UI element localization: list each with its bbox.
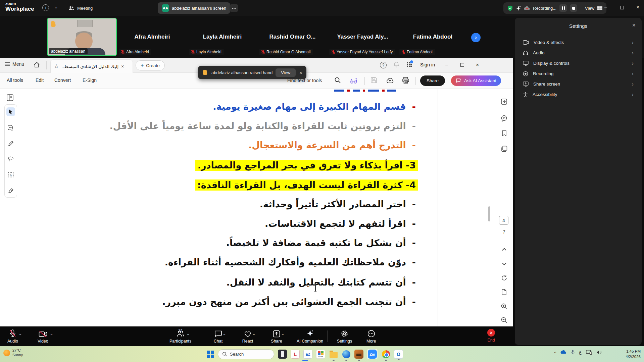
print-icon[interactable]	[402, 77, 409, 84]
create-button[interactable]: + Create	[136, 60, 165, 70]
nav-convert[interactable]: Convert	[54, 77, 71, 83]
page-view-icon[interactable]	[499, 287, 509, 297]
pdf-close-button[interactable]: ×	[476, 62, 479, 68]
share-button[interactable]: Share	[420, 75, 445, 86]
ai-sparkle-icon[interactable]	[516, 6, 521, 11]
app-icon-outlook[interactable]: O	[394, 350, 403, 359]
settings-item-share-screen[interactable]: Share screen›	[515, 79, 642, 89]
security-shield-icon[interactable]	[507, 5, 513, 11]
page-thumbnails-icon[interactable]	[6, 94, 14, 102]
document-page[interactable]: -قسم المهام الكبيرة إلى مهام صغيرة يومية…	[74, 89, 438, 326]
taskbar-search[interactable]: Search	[218, 349, 274, 359]
chat-options-chevron[interactable]: ›	[222, 334, 227, 335]
settings-item-display-controls[interactable]: Display & controls›	[515, 58, 642, 68]
windows-start-button[interactable]	[207, 351, 214, 358]
home-button[interactable]	[34, 62, 40, 68]
zoom-out-icon[interactable]	[499, 315, 509, 325]
speaker-icon[interactable]	[596, 350, 602, 355]
ai-companion-button[interactable]: AI Companion	[297, 329, 323, 344]
taskbar-clock[interactable]: 1:45 PM 4/2/2026	[626, 349, 641, 359]
audio-options-chevron[interactable]: ›	[18, 334, 22, 335]
page-number-input[interactable]: 4	[499, 216, 508, 225]
app-icon-ez[interactable]: EZ	[303, 350, 312, 359]
comments-panel-icon[interactable]	[499, 113, 509, 123]
close-button[interactable]: ×	[636, 4, 639, 10]
attachments-panel-icon[interactable]	[499, 144, 509, 153]
view-layout-icon[interactable]	[597, 6, 602, 10]
document-tab-close-icon[interactable]: ×	[121, 64, 124, 69]
participant-tile[interactable]: Layla Almheiri Layla Almheiri	[188, 18, 257, 56]
tab-more-icon[interactable]	[230, 4, 238, 12]
participant-tile[interactable]: Rashid Omar O... Rashid Omar O Alsomali	[258, 18, 327, 56]
toast-close-icon[interactable]: ×	[299, 70, 302, 75]
app-icon-file-explorer[interactable]	[329, 350, 338, 359]
ai-reading-glasses-icon[interactable]	[350, 77, 358, 84]
app-icon-chrome[interactable]	[381, 350, 390, 359]
document-scrollbar[interactable]	[488, 206, 490, 221]
bookmarks-panel-icon[interactable]	[499, 128, 509, 138]
audio-button[interactable]: › Audio	[7, 329, 18, 344]
nav-edit[interactable]: Edit	[36, 77, 44, 83]
star-icon[interactable]: ☆	[54, 63, 59, 69]
language-indicator[interactable]: ع	[579, 350, 582, 355]
settings-item-recording[interactable]: Recording›	[515, 68, 642, 79]
stop-recording-button[interactable]	[570, 4, 577, 12]
weather-widget[interactable]: 27°C Sunny	[3, 348, 23, 358]
app-icon-zoom-active[interactable]: Zm	[367, 349, 378, 359]
ask-ai-assistant-button[interactable]: Ask AI Assistant	[451, 75, 501, 86]
display-cast-icon[interactable]	[586, 350, 592, 355]
app-icon-l[interactable]: L	[291, 350, 300, 359]
sign-in-button[interactable]: Sign in	[420, 62, 435, 67]
upload-cloud-icon[interactable]	[386, 77, 394, 84]
chevron-down-icon[interactable]: ›	[54, 7, 59, 9]
previous-page-button[interactable]	[499, 245, 509, 255]
export-panel-icon[interactable]	[499, 97, 509, 106]
share-options-chevron[interactable]: ›	[280, 334, 285, 335]
nav-esign[interactable]: E-Sign	[83, 77, 97, 83]
app-icon-dark[interactable]	[278, 350, 287, 359]
view-button[interactable]: View	[585, 6, 594, 11]
participants-options-chevron[interactable]: ›	[186, 334, 190, 335]
react-options-chevron[interactable]: ›	[251, 334, 256, 335]
settings-item-video-effects[interactable]: Video & effects›	[515, 37, 642, 48]
fill-sign-tool-button[interactable]	[6, 186, 15, 195]
app-icon-media-sphere[interactable]	[342, 350, 351, 359]
help-icon[interactable]: ?	[380, 62, 387, 68]
meeting-settings-button[interactable]: Settings	[337, 329, 352, 344]
lasso-tool-button[interactable]	[6, 155, 15, 163]
rotate-page-icon[interactable]	[499, 273, 509, 282]
participants-button[interactable]: 24 › Participants	[169, 329, 191, 344]
info-icon[interactable]: i	[42, 4, 49, 11]
restore-button[interactable]	[620, 6, 624, 9]
tray-expand-chevron[interactable]: ›	[553, 352, 557, 353]
onedrive-cloud-icon[interactable]	[560, 350, 566, 354]
settings-item-audio[interactable]: Audio›	[515, 48, 642, 58]
participant-tile[interactable]: Fatima Abdool Fatima Abdool	[398, 18, 467, 56]
video-options-chevron[interactable]: ›	[49, 334, 54, 335]
app-icon-h365[interactable]: H365	[316, 350, 325, 359]
comment-tool-button[interactable]	[6, 123, 15, 132]
video-button[interactable]: › Video	[38, 329, 48, 344]
more-button[interactable]: More	[366, 329, 376, 344]
search-icon[interactable]	[334, 77, 341, 84]
app-icon-archive[interactable]	[354, 350, 363, 359]
pdf-restore-button[interactable]	[460, 63, 464, 67]
select-tool-button[interactable]	[6, 107, 15, 116]
settings-item-accessibility[interactable]: Accessibility›	[515, 89, 642, 100]
pause-recording-button[interactable]	[559, 4, 567, 12]
notifications-bell-icon[interactable]	[393, 61, 399, 68]
toast-view-button[interactable]: View	[276, 68, 296, 77]
participant-tile[interactable]: Afra Almheiri Afra Almheiri	[118, 18, 187, 56]
zoom-in-icon[interactable]	[499, 302, 509, 311]
share-screen-button[interactable]: › Share	[269, 329, 284, 344]
next-participants-button[interactable]: ›	[471, 33, 481, 42]
chat-button[interactable]: › Chat	[211, 329, 226, 344]
tray-mic-icon[interactable]	[571, 350, 575, 355]
menu-button[interactable]: Menu	[5, 61, 24, 67]
video-tile-abdelaziz[interactable]: abdelaziz alhassan	[47, 18, 117, 56]
document-tab[interactable]: ☆ إليك الدليل الإرشادي المبسط... ×	[50, 59, 133, 73]
react-button[interactable]: › React	[240, 329, 255, 344]
end-meeting-button[interactable]: × End	[487, 329, 495, 343]
apps-grid-icon[interactable]	[407, 62, 412, 67]
draw-tool-button[interactable]	[6, 139, 15, 148]
